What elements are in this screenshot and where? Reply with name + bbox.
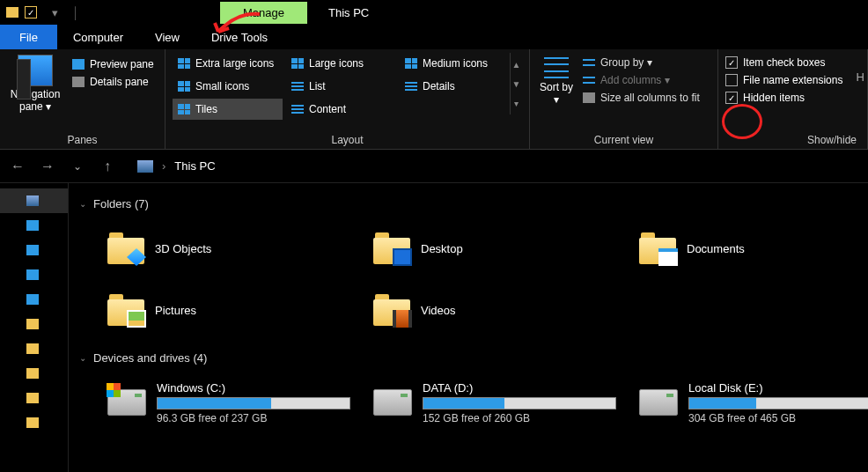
chevron-down-icon: ⌄ — [79, 353, 86, 363]
layout-content[interactable]: Content — [286, 99, 396, 120]
sidebar-item[interactable] — [0, 386, 68, 410]
dropdown-qat-icon[interactable]: ▾ — [46, 4, 63, 21]
drive-name: Windows (C:) — [157, 381, 363, 395]
hidden-items-toggle[interactable]: Hidden items — [725, 92, 805, 104]
sort-icon — [544, 55, 569, 81]
sidebar-item[interactable] — [0, 238, 68, 262]
folder-tile-pictures[interactable]: Pictures — [107, 281, 363, 339]
generic-icon — [26, 269, 39, 280]
grid-icon — [178, 81, 190, 92]
layout-scroll-down[interactable]: ▼ — [511, 74, 522, 93]
layout-medium[interactable]: Medium icons — [400, 53, 510, 74]
add-columns-button[interactable]: Add columns ▾ — [583, 74, 700, 86]
sidebar-item[interactable] — [0, 361, 68, 386]
folder-icon — [373, 232, 410, 264]
sidebar-item[interactable] — [0, 262, 68, 287]
generic-icon — [26, 245, 39, 255]
layout-small[interactable]: Small icons — [173, 76, 283, 97]
folder-tile-documents[interactable]: Documents — [639, 219, 868, 277]
grid-icon — [405, 58, 417, 69]
group-icon — [583, 57, 595, 68]
resize-icon — [583, 92, 595, 103]
navigation-pane-icon — [18, 55, 53, 86]
grid-icon — [178, 58, 190, 69]
generic-icon — [26, 294, 39, 305]
drives-section-label: Devices and drives (4) — [93, 351, 207, 365]
sort-by-button[interactable]: Sort by ▾ — [537, 53, 576, 106]
preview-pane-label: Preview pane — [90, 58, 154, 70]
layout-scroll-more[interactable]: ▾ — [511, 93, 522, 113]
navigation-tree[interactable] — [0, 183, 69, 472]
back-button[interactable]: ← — [7, 159, 28, 174]
file-extensions-toggle[interactable]: File name extensions — [725, 74, 842, 86]
breadcrumb[interactable]: This PC — [174, 159, 215, 173]
folder-tile-desktop[interactable]: Desktop — [373, 219, 629, 277]
tab-file[interactable]: File — [0, 25, 57, 49]
tab-drive-tools[interactable]: Drive Tools — [195, 25, 283, 49]
up-button[interactable]: ↑ — [97, 159, 118, 174]
layout-tiles[interactable]: Tiles — [173, 99, 283, 120]
manage-context-tab[interactable]: Manage — [220, 2, 307, 24]
tile-label: Desktop — [421, 242, 463, 255]
truncated-button[interactable]: H — [857, 70, 864, 84]
sort-by-label: Sort by ▾ — [537, 81, 576, 106]
checkbox-icon — [725, 56, 738, 69]
item-checkboxes-toggle[interactable]: Item check boxes — [725, 56, 825, 69]
folder-icon — [26, 319, 39, 329]
layout-large[interactable]: Large icons — [286, 53, 396, 74]
folder-tile-videos[interactable]: Videos — [373, 281, 629, 339]
drive-name: Local Disk (E:) — [688, 381, 868, 395]
sidebar-item[interactable] — [0, 312, 68, 336]
drives-section-header[interactable]: ⌄ Devices and drives (4) — [72, 348, 864, 368]
tab-view[interactable]: View — [139, 25, 195, 49]
folder-qat-icon[interactable] — [4, 4, 21, 21]
separator-icon: │ — [67, 4, 85, 21]
navigation-pane-button[interactable]: Navigation pane ▾ — [7, 53, 63, 113]
forward-button[interactable]: → — [37, 159, 58, 174]
tile-label: 3D Objects — [155, 242, 211, 255]
panes-group-label: Panes — [7, 132, 158, 147]
layout-group-label: Layout — [173, 132, 522, 147]
window-title: This PC — [307, 6, 369, 19]
layout-details[interactable]: Details — [400, 76, 510, 97]
navigation-pane-label: Navigation pane ▾ — [7, 88, 63, 113]
sidebar-item[interactable] — [0, 410, 68, 435]
details-pane-label: Details pane — [90, 76, 149, 88]
grid-icon — [291, 58, 304, 69]
folder-icon — [26, 343, 39, 354]
tile-label: Videos — [421, 304, 456, 317]
folder-icon — [373, 294, 410, 326]
checkbox-icon — [725, 74, 738, 86]
layout-extra-large[interactable]: Extra large icons — [173, 53, 283, 74]
layout-scroll-up[interactable]: ▲ — [511, 55, 522, 74]
drive-free-text: 304 GB free of 465 GB — [688, 412, 868, 424]
drive-free-text: 152 GB free of 260 GB — [423, 412, 629, 424]
preview-pane-icon — [72, 59, 85, 70]
folders-section-header[interactable]: ⌄ Folders (7) — [72, 194, 864, 214]
drive-tile-c[interactable]: Windows (C:) 96.3 GB free of 237 GB — [107, 373, 363, 431]
showhide-group-label: Show/hide — [725, 132, 860, 147]
drive-tile-d[interactable]: DATA (D:) 152 GB free of 260 GB — [373, 373, 629, 431]
size-columns-button[interactable]: Size all columns to fit — [583, 92, 700, 104]
details-pane-button[interactable]: Details pane — [72, 76, 154, 88]
drive-tile-e[interactable]: Local Disk (E:) 304 GB free of 465 GB — [639, 373, 868, 431]
drive-icon — [639, 389, 678, 416]
preview-pane-button[interactable]: Preview pane — [72, 58, 154, 70]
sidebar-item[interactable] — [0, 287, 68, 312]
capacity-bar — [423, 397, 616, 409]
address-bar[interactable]: › This PC — [127, 159, 216, 173]
history-dropdown[interactable]: ⌄ — [67, 160, 88, 173]
columns-icon — [583, 75, 595, 85]
tile-label: Pictures — [155, 304, 196, 317]
sidebar-item[interactable] — [0, 213, 68, 238]
layout-list[interactable]: List — [286, 76, 396, 97]
sidebar-item[interactable] — [0, 188, 68, 213]
folder-tile-3d-objects[interactable]: 3D Objects — [107, 219, 363, 277]
folders-section-label: Folders (7) — [93, 197, 149, 210]
folder-icon — [107, 294, 144, 326]
folder-icon — [26, 393, 39, 403]
tab-computer[interactable]: Computer — [57, 25, 139, 49]
sidebar-item[interactable] — [0, 336, 68, 361]
group-by-button[interactable]: Group by ▾ — [583, 56, 700, 69]
checkbox-qat-icon[interactable] — [25, 4, 42, 21]
